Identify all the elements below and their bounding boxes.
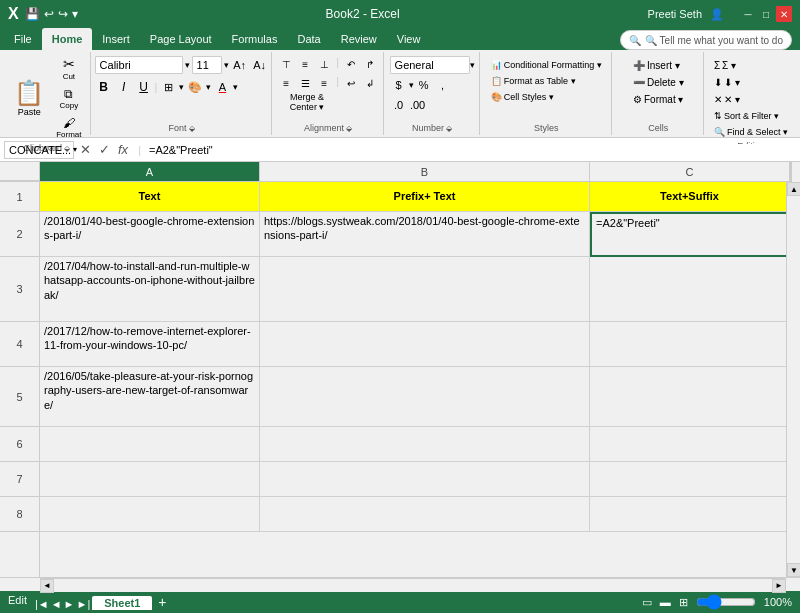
cell-c2[interactable]: =A2&"Preeti" xyxy=(590,212,786,257)
close-button[interactable]: ✕ xyxy=(776,6,792,22)
clear-button[interactable]: ✕ ✕ ▾ xyxy=(710,92,792,107)
increase-decimal-button[interactable]: .00 xyxy=(409,96,427,114)
view-layout-icon[interactable]: ▬ xyxy=(660,596,671,608)
paste-button[interactable]: 📋 Paste xyxy=(8,77,50,119)
font-name-dropdown-icon[interactable]: ▾ xyxy=(185,60,190,70)
zoom-slider[interactable] xyxy=(696,594,756,610)
top-align-button[interactable]: ⊤ xyxy=(277,56,295,72)
indent-button[interactable]: ↱ xyxy=(361,56,379,72)
right-align-button[interactable]: ≡ xyxy=(315,75,333,91)
col-header-c[interactable]: C xyxy=(590,162,790,181)
find-select-button[interactable]: 🔍 Find & Select ▾ xyxy=(710,125,792,139)
fill-button[interactable]: ⬇ ⬇ ▾ xyxy=(710,75,792,90)
save-icon[interactable]: 💾 xyxy=(25,7,40,21)
cell-styles-button[interactable]: 🎨 Cell Styles ▾ xyxy=(485,90,560,104)
cell-c6[interactable] xyxy=(590,427,786,462)
percent-button[interactable]: % xyxy=(415,76,433,94)
add-sheet-button[interactable]: + xyxy=(158,594,166,610)
cell-b8[interactable] xyxy=(260,497,590,532)
cell-b1[interactable]: Prefix+ Text xyxy=(260,182,590,212)
sheet-nav-first[interactable]: |◄ xyxy=(35,598,49,610)
cell-b5[interactable] xyxy=(260,367,590,427)
tell-me-box[interactable]: 🔍 🔍 Tell me what you want to do xyxy=(620,30,792,50)
formula-confirm-button[interactable]: ✓ xyxy=(97,142,112,157)
tab-insert[interactable]: Insert xyxy=(92,28,140,50)
number-dropdown-icon[interactable]: ▾ xyxy=(470,60,475,70)
number-expand-icon[interactable]: ⬙ xyxy=(446,124,452,133)
outdent-button[interactable]: ↲ xyxy=(361,75,379,91)
scroll-right-button[interactable]: ► xyxy=(772,579,786,593)
number-format-input[interactable] xyxy=(390,56,470,74)
cell-b4[interactable] xyxy=(260,322,590,367)
merge-center-button[interactable]: Merge & Center ▾ xyxy=(277,94,337,110)
fill-dropdown-icon[interactable]: ▾ xyxy=(206,82,211,92)
share-icon[interactable]: 👤 xyxy=(710,8,724,21)
col-header-b[interactable]: B xyxy=(260,162,590,181)
border-dropdown-icon[interactable]: ▾ xyxy=(179,82,184,92)
font-name-input[interactable] xyxy=(95,56,183,74)
sheet-nav-next[interactable]: ► xyxy=(64,598,75,610)
bottom-align-button[interactable]: ⊥ xyxy=(315,56,333,72)
fill-color-button[interactable]: 🎨 xyxy=(186,78,204,96)
insert-button[interactable]: ➕ Insert ▾ xyxy=(629,58,688,73)
cell-a2[interactable]: /2018/01/40-best-google-chrome-extension… xyxy=(40,212,260,257)
italic-button[interactable]: I xyxy=(115,78,133,96)
formula-input[interactable] xyxy=(149,144,796,156)
border-button[interactable]: ⊞ xyxy=(159,78,177,96)
scroll-up-button[interactable]: ▲ xyxy=(787,182,800,196)
name-box[interactable]: CONCATE... ▾ xyxy=(4,141,74,159)
cell-c4[interactable] xyxy=(590,322,786,367)
row-header-3[interactable]: 3 xyxy=(0,257,39,322)
cell-a8[interactable] xyxy=(40,497,260,532)
row-header-7[interactable]: 7 xyxy=(0,462,39,497)
center-align-button[interactable]: ☰ xyxy=(296,75,314,91)
tab-review[interactable]: Review xyxy=(331,28,387,50)
scroll-track-h[interactable] xyxy=(54,579,772,592)
vertical-scrollbar[interactable] xyxy=(791,162,800,182)
horizontal-scrollbar[interactable]: ◄ ► xyxy=(40,578,786,592)
cell-b3[interactable] xyxy=(260,257,590,322)
row-header-2[interactable]: 2 xyxy=(0,212,39,257)
cell-a5[interactable]: /2016/05/take-pleasure-at-your-risk-porn… xyxy=(40,367,260,427)
sheet-nav-last[interactable]: ►| xyxy=(77,598,91,610)
sheet-nav-prev[interactable]: ◄ xyxy=(51,598,62,610)
font-size-dropdown-icon[interactable]: ▾ xyxy=(224,60,229,70)
cell-c8[interactable] xyxy=(590,497,786,532)
sort-filter-button[interactable]: ⇅ Sort & Filter ▾ xyxy=(710,109,792,123)
format-button[interactable]: ⚙ Format ▾ xyxy=(629,92,688,107)
cell-a3[interactable]: /2017/04/how-to-install-and-run-multiple… xyxy=(40,257,260,322)
vertical-scrollbar[interactable]: ▲ ▼ xyxy=(786,182,800,577)
sheet-tab-1[interactable]: Sheet1 xyxy=(92,596,152,610)
row-header-4[interactable]: 4 xyxy=(0,322,39,367)
cell-a6[interactable] xyxy=(40,427,260,462)
sum-button[interactable]: Σ Σ ▾ xyxy=(710,58,792,73)
cut-button[interactable]: ✂ Cut xyxy=(52,54,85,83)
font-size-input[interactable] xyxy=(192,56,222,74)
format-painter-button[interactable]: 🖌 Format xyxy=(52,114,85,141)
row-header-8[interactable]: 8 xyxy=(0,497,39,532)
underline-button[interactable]: U xyxy=(135,78,153,96)
font-expand-icon[interactable]: ⬙ xyxy=(189,124,195,133)
view-pagebreak-icon[interactable]: ⊞ xyxy=(679,596,688,609)
tab-file[interactable]: File xyxy=(4,28,42,50)
bold-button[interactable]: B xyxy=(95,78,113,96)
cell-b6[interactable] xyxy=(260,427,590,462)
alignment-expand-icon[interactable]: ⬙ xyxy=(346,124,352,133)
redo-icon[interactable]: ↪ xyxy=(58,7,68,21)
view-normal-icon[interactable]: ▭ xyxy=(642,596,652,609)
cell-b7[interactable] xyxy=(260,462,590,497)
currency-button[interactable]: $ xyxy=(390,76,408,94)
conditional-format-button[interactable]: 📊 Conditional Formatting ▾ xyxy=(485,58,608,72)
function-button[interactable]: fx xyxy=(116,142,130,157)
col-header-a[interactable]: A xyxy=(40,162,260,181)
row-header-6[interactable]: 6 xyxy=(0,427,39,462)
cell-b2[interactable]: https://blogs.systweak.com/2018/01/40-be… xyxy=(260,212,590,257)
currency-dropdown-icon[interactable]: ▾ xyxy=(409,80,414,90)
cell-c1[interactable]: Text+Suffix xyxy=(590,182,786,212)
left-align-button[interactable]: ≡ xyxy=(277,75,295,91)
cell-c7[interactable] xyxy=(590,462,786,497)
scroll-down-button[interactable]: ▼ xyxy=(787,563,800,577)
maximize-button[interactable]: □ xyxy=(758,6,774,22)
undo-icon[interactable]: ↩ xyxy=(44,7,54,21)
decrease-decimal-button[interactable]: .0 xyxy=(390,96,408,114)
